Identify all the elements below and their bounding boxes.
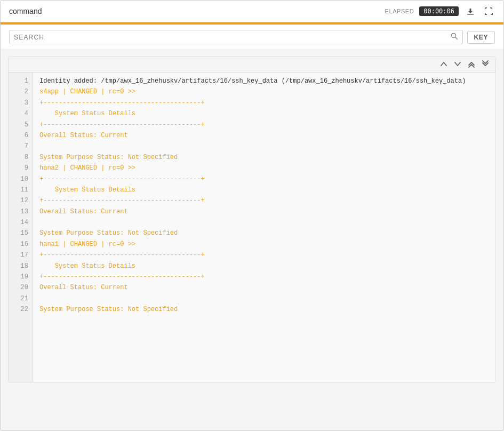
download-button[interactable]: [464, 6, 477, 17]
double-chevron-up-icon: [468, 60, 475, 68]
fullscreen-button[interactable]: [482, 6, 495, 17]
chevron-up-icon: [440, 60, 447, 68]
line-number: 9: [9, 163, 33, 173]
chevron-down-icon: [454, 60, 461, 68]
log-line: Overall Status: Current: [39, 130, 489, 141]
line-number: 8: [9, 152, 33, 163]
log-line: +---------------------------------------…: [39, 98, 489, 108]
elapsed-badge: 00:00:06: [419, 6, 459, 16]
line-number: 1: [9, 76, 33, 86]
search-icon: [451, 33, 458, 40]
output-toolbar: [9, 57, 495, 73]
main-window: command ELAPSED 00:00:06: [0, 0, 504, 431]
fullscreen-icon: [484, 7, 493, 15]
scroll-bottom-button[interactable]: [479, 59, 491, 70]
log-line: hana2 | CHANGED | rc=0 >>: [39, 163, 489, 173]
line-number: 18: [9, 261, 33, 272]
log-line: Overall Status: Current: [39, 206, 489, 217]
line-number: 5: [9, 119, 33, 130]
search-input-wrap[interactable]: [9, 30, 463, 44]
line-number: 22: [9, 304, 33, 315]
line-number: 21: [9, 293, 33, 304]
log-line: s4app | CHANGED | rc=0 >>: [39, 86, 489, 97]
line-number: 14: [9, 217, 33, 228]
title-bar-right: ELAPSED 00:00:06: [385, 6, 495, 17]
line-number: 17: [9, 250, 33, 260]
search-input[interactable]: [14, 34, 451, 41]
svg-point-1: [451, 34, 455, 38]
log-line: Identity added: /tmp/awx_16_zhehuskv/art…: [39, 76, 489, 86]
double-chevron-down-icon: [482, 60, 489, 68]
key-button[interactable]: KEY: [467, 31, 495, 44]
search-button[interactable]: [451, 33, 458, 42]
svg-rect-0: [467, 14, 474, 15]
log-line: +---------------------------------------…: [39, 272, 489, 282]
scroll-down-button[interactable]: [452, 59, 463, 70]
line-number: 11: [9, 185, 33, 195]
log-line: +---------------------------------------…: [39, 250, 489, 260]
log-line: +---------------------------------------…: [39, 119, 489, 130]
line-number: 2: [9, 86, 33, 97]
scroll-up-button[interactable]: [438, 59, 450, 70]
line-number: 19: [9, 272, 33, 282]
log-lines: Identity added: /tmp/awx_16_zhehuskv/art…: [33, 73, 495, 382]
log-line: [39, 217, 489, 228]
log-line: System Purpose Status: Not Specified: [39, 228, 489, 238]
log-line: System Purpose Status: Not Specified: [39, 152, 489, 163]
log-line: System Purpose Status: Not Specified: [39, 304, 489, 315]
search-bar: KEY: [1, 25, 503, 50]
line-number: 7: [9, 141, 33, 151]
svg-line-2: [455, 37, 458, 40]
line-number: 12: [9, 195, 33, 206]
line-number: 20: [9, 282, 33, 293]
line-number: 10: [9, 174, 33, 185]
output-content: 12345678910111213141516171819202122 Iden…: [9, 73, 495, 382]
line-number: 6: [9, 130, 33, 141]
log-line: +---------------------------------------…: [39, 174, 489, 185]
line-number: 16: [9, 239, 33, 250]
line-number: 15: [9, 228, 33, 238]
log-line: System Status Details: [39, 261, 489, 272]
log-line: [39, 293, 489, 304]
window-title: command: [9, 7, 42, 15]
output-panel: 12345678910111213141516171819202122 Iden…: [8, 57, 496, 382]
elapsed-label: ELAPSED: [385, 8, 414, 14]
log-line: +---------------------------------------…: [39, 195, 489, 206]
log-line: System Status Details: [39, 185, 489, 195]
download-icon: [466, 7, 475, 15]
log-line: System Status Details: [39, 108, 489, 119]
line-number: 13: [9, 206, 33, 217]
log-line: hana1 | CHANGED | rc=0 >>: [39, 239, 489, 250]
scroll-top-button[interactable]: [466, 59, 477, 70]
line-number: 3: [9, 98, 33, 108]
line-number: 4: [9, 108, 33, 119]
log-line: Overall Status: Current: [39, 282, 489, 293]
log-line: [39, 141, 489, 151]
title-bar: command ELAPSED 00:00:06: [1, 1, 503, 22]
line-numbers: 12345678910111213141516171819202122: [9, 73, 33, 382]
